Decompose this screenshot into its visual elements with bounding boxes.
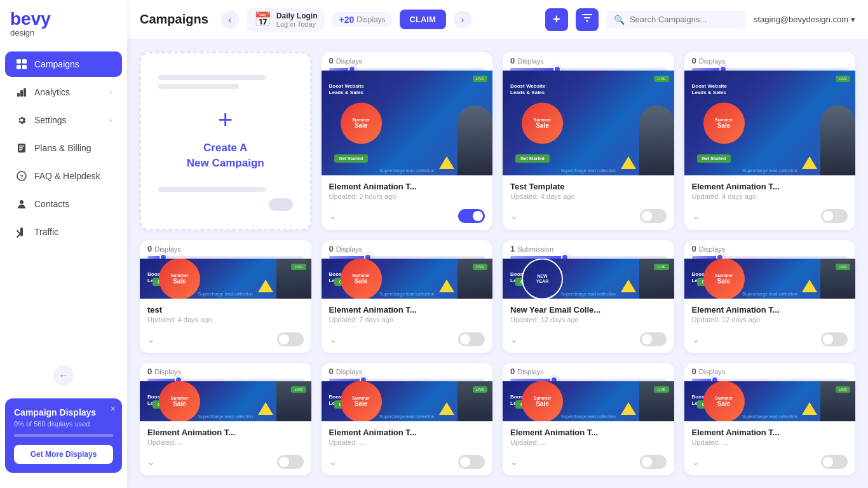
card-expand-chevron-icon[interactable]: ⌄ <box>692 334 700 344</box>
card-expand-chevron-icon[interactable]: ⌄ <box>147 457 155 467</box>
search-input[interactable] <box>630 15 738 24</box>
campaign-toggle[interactable] <box>821 209 848 223</box>
campaign-card[interactable]: 0Displays Boost WebsiteLeads & Sales Sum… <box>140 363 311 475</box>
logo-design: design <box>10 28 51 37</box>
campaign-card[interactable]: 0Displays Boost WebsiteLeads & Sales Sum… <box>684 52 856 230</box>
svg-point-13 <box>20 200 24 204</box>
campaign-card[interactable]: 0Displays Boost WebsiteLeads & Sales Sum… <box>322 240 493 353</box>
receipt-icon <box>15 142 28 154</box>
preview-sale-badge: SummerSale <box>341 259 382 299</box>
create-campaign-card[interactable]: + Create A New Campaign <box>140 52 311 230</box>
preview-supercharge-text: Supercharge lead collection <box>198 292 253 296</box>
add-campaign-button[interactable]: + <box>545 8 568 31</box>
displays-count: 0 <box>329 56 334 65</box>
card-expand-chevron-icon[interactable]: ⌄ <box>329 457 337 467</box>
card-updated: Updated: 2 hours ago <box>329 193 485 200</box>
sidebar-item-traffic[interactable]: Traffic <box>5 219 122 245</box>
campaign-displays-title: Campaign Displays <box>14 407 113 417</box>
displays-count: 0 <box>692 244 696 254</box>
displays-label: Displays <box>154 368 181 376</box>
campaign-card[interactable]: 0Displays Boost WebsiteLeads & Sales Sum… <box>322 52 493 230</box>
user-email[interactable]: staging@bevydesign.com ▾ <box>754 15 855 24</box>
preview-sale-badge: SummerSale <box>703 259 745 299</box>
card-updated: Updated: 12 days ago <box>692 316 848 323</box>
sidebar-item-plans-billing[interactable]: Plans & Billing <box>5 135 122 161</box>
preview-supercharge-text: Supercharge lead collection <box>561 168 616 173</box>
toggle-thumb <box>460 334 470 344</box>
campaign-toggle[interactable] <box>458 332 485 346</box>
campaign-toggle[interactable] <box>821 332 848 346</box>
get-more-displays-button[interactable]: Get More Displays <box>14 445 113 464</box>
sidebar-item-faq[interactable]: ? FAQ & Helpdesk <box>5 163 122 189</box>
displays-count: 0 <box>510 367 515 376</box>
contacts-icon <box>15 198 28 210</box>
sidebar-collapse-button[interactable]: ← <box>53 365 74 386</box>
daily-login-title: Daily Login <box>276 11 318 20</box>
card-preview: Boost WebsiteLeads & Sales SummerSale Ge… <box>684 71 856 175</box>
campaign-card[interactable]: 0Displays Boost WebsiteLeads & Sales Sum… <box>684 363 856 475</box>
displays-row: 0Displays <box>684 363 856 376</box>
campaign-toggle[interactable] <box>640 455 667 469</box>
card-expand-chevron-icon[interactable]: ⌄ <box>329 334 337 344</box>
card-bottom: ⌄ <box>503 207 674 229</box>
svg-rect-3 <box>22 65 27 69</box>
card-expand-chevron-icon[interactable]: ⌄ <box>147 334 155 344</box>
filter-icon <box>581 12 593 27</box>
displays-row: 0Displays <box>503 52 674 65</box>
campaign-card[interactable]: 0Displays Boost WebsiteLeads & Sales Sum… <box>503 363 674 475</box>
displays-row: 0Displays <box>322 52 493 65</box>
campaign-card[interactable]: 0Displays Boost WebsiteLeads & Sales Sum… <box>503 52 674 230</box>
campaign-toggle[interactable] <box>277 332 304 346</box>
campaign-card[interactable]: 0Displays Boost WebsiteLeads & Sales Sum… <box>322 363 493 475</box>
filter-button[interactable] <box>576 8 599 31</box>
campaign-toggle[interactable] <box>640 332 667 346</box>
sidebar-item-settings[interactable]: Settings › <box>5 107 122 133</box>
campaign-toggle[interactable] <box>458 209 485 223</box>
card-title: Element Animation T... <box>692 305 848 315</box>
sidebar-item-contacts[interactable]: Contacts <box>5 191 122 217</box>
displays-count: 0 <box>329 244 334 254</box>
sidebar-item-analytics[interactable]: Analytics › <box>5 79 122 105</box>
displays-label: Displays <box>699 245 726 253</box>
card-expand-chevron-icon[interactable]: ⌄ <box>692 211 700 221</box>
page-title: Campaigns <box>140 12 208 27</box>
campaign-card[interactable]: 0Displays Boost WebsiteLeads & Sales Sum… <box>140 240 311 353</box>
sidebar-campaigns-label: Campaigns <box>34 59 112 69</box>
card-preview: Boost WebsiteLeads & Sales SummerSale Ge… <box>503 381 674 421</box>
card-bottom: ⌄ <box>684 330 856 353</box>
campaign-toggle[interactable] <box>458 455 485 469</box>
campaign-toggle[interactable] <box>277 455 304 469</box>
displays-row: 0Displays <box>684 240 856 254</box>
card-expand-chevron-icon[interactable]: ⌄ <box>510 334 518 344</box>
displays-label: Displays <box>336 245 363 253</box>
card-expand-chevron-icon[interactable]: ⌄ <box>510 211 518 221</box>
card-expand-chevron-icon[interactable]: ⌄ <box>692 457 700 467</box>
create-plus-icon: + <box>218 105 233 134</box>
displays-row: 0Displays <box>322 240 493 254</box>
campaign-card[interactable]: 1Submission Boost WebsiteLeads & Sales N… <box>503 240 674 353</box>
question-icon: ? <box>15 170 28 182</box>
campaign-toggle[interactable] <box>640 209 667 223</box>
close-icon[interactable]: × <box>111 403 116 414</box>
prev-button[interactable]: ‹ <box>221 11 239 29</box>
svg-text:?: ? <box>20 173 24 180</box>
card-preview: Boost WebsiteLeads & Sales SummerSale Ge… <box>684 381 856 421</box>
claim-button[interactable]: CLAIM <box>400 10 446 29</box>
create-card-decoration <box>158 65 293 99</box>
next-button[interactable]: › <box>454 11 471 29</box>
card-meta: Element Animation T... Updated: ... <box>322 421 493 452</box>
displays-count: 0 <box>692 367 696 376</box>
card-updated: Updated: 4 days ago <box>692 193 848 200</box>
card-preview: Boost WebsiteLeads & Sales SummerSale Ge… <box>322 381 493 421</box>
card-expand-chevron-icon[interactable]: ⌄ <box>329 211 337 221</box>
toggle-thumb <box>642 334 652 344</box>
preview-sale-badge: SummerSale <box>341 381 382 421</box>
card-meta: Element Animation T... Updated: ... <box>684 421 856 452</box>
card-meta: Element Animation T... Updated: 7 days a… <box>322 299 493 330</box>
card-expand-chevron-icon[interactable]: ⌄ <box>510 457 518 467</box>
displays-label: Displays <box>517 368 544 376</box>
sidebar-item-campaigns[interactable]: Campaigns <box>5 51 122 77</box>
campaign-toggle[interactable] <box>821 455 848 469</box>
daily-login-box[interactable]: 📅 Daily Login Log in Today <box>247 8 325 32</box>
campaign-card[interactable]: 0Displays Boost WebsiteLeads & Sales Sum… <box>684 240 856 353</box>
